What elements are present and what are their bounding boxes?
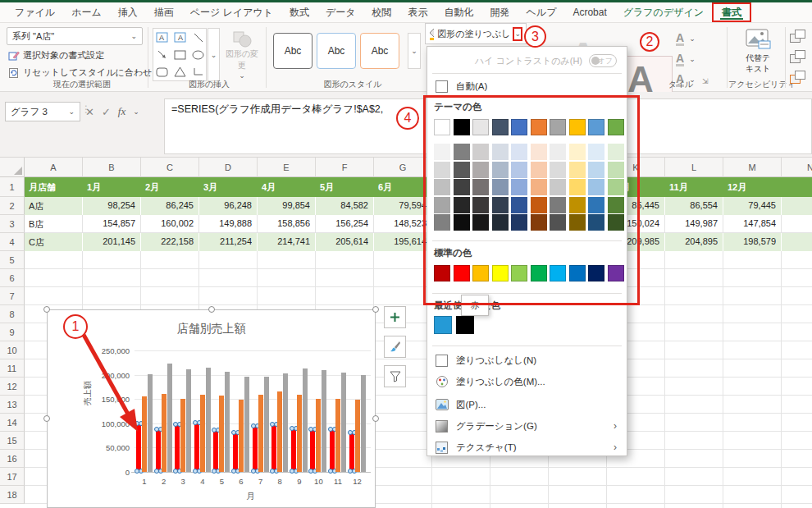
alt-text-button[interactable]: 代替テキスト <box>735 28 781 77</box>
column-header-F[interactable]: F <box>316 158 374 177</box>
menu-item-picture-fill[interactable]: 図(P)... <box>427 395 627 414</box>
shape-gallery-more-button[interactable]: ⌄ <box>208 28 220 81</box>
chart-selection-handle[interactable] <box>43 306 50 313</box>
cancel-formula-icon[interactable]: ✕ <box>85 106 94 118</box>
selection-pane-icon[interactable] <box>790 71 808 85</box>
table-cell-value[interactable]: 205,614 <box>316 236 368 246</box>
table-cell-value[interactable]: 99,854 <box>258 200 310 210</box>
insert-function-icon[interactable]: fx <box>118 105 125 118</box>
table-cell-value[interactable]: 160,002 <box>141 218 194 228</box>
column-header-A[interactable]: A <box>25 158 83 177</box>
row-header-6[interactable]: 6 <box>0 269 25 287</box>
row-header-4[interactable]: 4 <box>0 233 25 251</box>
table-cell-value[interactable]: 147,854 <box>723 218 776 228</box>
chart-bar-B店[interactable] <box>335 399 340 472</box>
tab-表示[interactable]: 表示 <box>400 2 436 22</box>
chart-bar-C店[interactable] <box>186 369 191 472</box>
table-cell-value[interactable]: 156,254 <box>316 218 368 228</box>
table-cell-value[interactable]: 79,594 <box>374 200 427 210</box>
chart-title[interactable]: 店舗別売上額 <box>48 322 375 336</box>
reset-to-match-style-button[interactable]: リセットしてスタイルに合わせる <box>8 66 162 79</box>
chart-bar-C店[interactable] <box>322 370 326 472</box>
table-cell-store-name[interactable]: B店 <box>29 218 43 231</box>
tab-挿入[interactable]: 挿入 <box>110 2 146 22</box>
row-header-16[interactable]: 16 <box>0 450 25 468</box>
row-header-14[interactable]: 14 <box>0 414 25 432</box>
chart-selection-handle[interactable] <box>208 306 215 313</box>
chart-y-axis-title[interactable]: 売上額 <box>82 381 94 405</box>
tab-データ[interactable]: データ <box>317 2 364 22</box>
shape-fill-dropdown-arrow[interactable]: ⌄ <box>513 27 522 41</box>
column-header-N[interactable]: N <box>782 158 812 177</box>
chart-element-selector[interactable]: 系列 "A店" ⌄ <box>7 27 143 45</box>
table-cell-value[interactable]: 195,614 <box>374 236 427 246</box>
table-cell-value[interactable]: 148,523 <box>374 218 427 228</box>
chart-bar-A店[interactable] <box>253 427 258 472</box>
rectangle-shape-icon[interactable] <box>171 46 189 63</box>
chart-x-axis-title[interactable]: 月 <box>246 491 255 502</box>
column-header-E[interactable]: E <box>258 158 316 177</box>
table-cell-value[interactable]: 79,445 <box>723 200 776 210</box>
menu-item-automatic[interactable]: 自動(A) <box>427 76 627 96</box>
tab-数式[interactable]: 数式 <box>281 2 317 22</box>
chart-selection-handle[interactable] <box>372 306 379 313</box>
menu-item-texture[interactable]: テクスチャ(T) › <box>427 437 627 457</box>
tab-ページ レイアウト[interactable]: ページ レイアウト <box>182 2 281 22</box>
chart-selection-handle[interactable] <box>372 415 379 422</box>
chart-bar-A店[interactable] <box>175 425 180 472</box>
chart-bar-C店[interactable] <box>283 373 288 472</box>
textbox-horizontal-shape-icon[interactable]: A <box>171 29 189 46</box>
row-header-7[interactable]: 7 <box>0 287 25 305</box>
recent-color-swatch[interactable] <box>456 316 474 334</box>
chart-bar-C店[interactable] <box>225 372 230 472</box>
chart-bar-B店[interactable] <box>162 394 167 472</box>
name-box[interactable]: グラフ 3 ⌄ <box>5 102 80 121</box>
row-header-17[interactable]: 17 <box>0 468 25 486</box>
shape-styles-more-button[interactable]: ⌄ <box>408 33 421 69</box>
table-cell-value[interactable]: 158,856 <box>258 218 310 228</box>
high-contrast-toggle[interactable]: オフ <box>589 54 617 67</box>
row-header-1[interactable]: 1 <box>0 177 25 197</box>
table-cell-value[interactable]: 222,158 <box>141 236 194 246</box>
table-cell-value[interactable]: 86,245 <box>141 200 194 210</box>
chart-bar-A店[interactable] <box>194 423 199 472</box>
chart-bar-C店[interactable] <box>303 368 308 472</box>
table-cell-value[interactable]: 214,741 <box>258 236 310 246</box>
row-header-9[interactable]: 9 <box>0 323 25 341</box>
tab-Acrobat[interactable]: Acrobat <box>564 2 614 22</box>
chart-bar-C店[interactable] <box>167 364 172 472</box>
chart-bar-B店[interactable] <box>180 399 185 472</box>
table-cell-value[interactable]: 84,582 <box>316 200 368 210</box>
table-cell-value[interactable]: 204,895 <box>665 236 718 246</box>
table-cell-value[interactable]: 149,987 <box>665 218 718 228</box>
send-backward-icon[interactable] <box>790 50 808 65</box>
chart-bar-C店[interactable] <box>264 377 269 472</box>
chart-bar-A店[interactable] <box>271 425 276 472</box>
chart-bar-B店[interactable] <box>239 400 244 472</box>
triangle-shape-icon[interactable] <box>171 63 189 80</box>
tab-描画[interactable]: 描画 <box>146 2 182 22</box>
row-header-8[interactable]: 8 <box>0 305 25 323</box>
elbow-connector-shape-icon[interactable] <box>189 63 207 80</box>
recent-color-swatch[interactable] <box>434 316 452 334</box>
chart-bar-B店[interactable] <box>297 395 302 472</box>
table-cell-value[interactable]: 149,888 <box>199 218 252 228</box>
chart-bar-C店[interactable] <box>244 377 249 472</box>
row-header-18[interactable]: 18 <box>0 486 25 504</box>
confirm-formula-icon[interactable]: ✓ <box>102 106 111 118</box>
row-header-12[interactable]: 12 <box>0 378 25 396</box>
rounded-rectangle-shape-icon[interactable] <box>153 63 171 80</box>
textbox-shape-icon[interactable]: A <box>153 29 171 46</box>
tab-自動化[interactable]: 自動化 <box>436 2 482 22</box>
chart-bar-A店[interactable] <box>310 430 315 472</box>
table-cell-value[interactable]: 201,145 <box>83 236 135 246</box>
row-header-10[interactable]: 10 <box>0 341 25 359</box>
menu-item-no-fill[interactable]: 塗りつぶしなし(N) <box>427 350 627 370</box>
column-header-C[interactable]: C <box>141 158 199 177</box>
tab-書式[interactable]: 書式 <box>712 2 751 22</box>
tab-ファイル[interactable]: ファイル <box>7 2 63 22</box>
row-header-11[interactable]: 11 <box>0 359 25 378</box>
tab-グラフのデザイン[interactable]: グラフのデザイン <box>615 2 712 22</box>
chart-bar-A店[interactable] <box>136 424 141 472</box>
text-fill-button[interactable]: A⌄ <box>676 30 704 48</box>
